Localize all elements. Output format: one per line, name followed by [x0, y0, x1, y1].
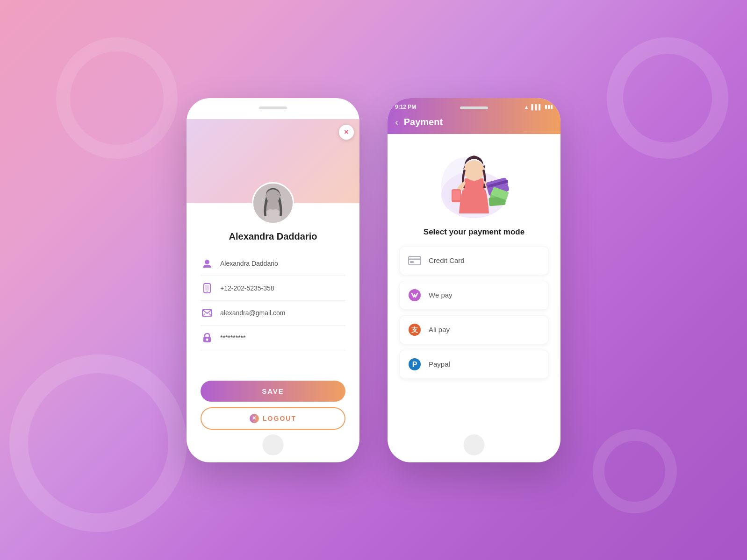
svg-rect-24 — [410, 261, 414, 263]
avatar-image — [253, 184, 293, 223]
back-button[interactable]: ‹ — [395, 117, 398, 128]
payment-option-credit-card[interactable]: Credit Card — [399, 246, 549, 275]
payment-select-title: Select your payment mode — [388, 227, 560, 237]
payment-option-we-pay[interactable]: We pay — [399, 281, 549, 310]
user-icon — [201, 257, 214, 270]
payment-illustration-svg — [432, 139, 516, 223]
status-icons: ▲ ▌▌▌ ▮▮▮ — [524, 104, 553, 110]
field-phone-value: +12-202-5235-358 — [220, 284, 274, 292]
field-email-value: alexandra@gmail.com — [220, 309, 286, 317]
navbar-title: Payment — [404, 117, 443, 128]
svg-point-5 — [207, 291, 208, 292]
phone1: × Alexandra Dadd — [187, 98, 359, 462]
email-icon — [201, 306, 214, 319]
svg-text:P: P — [412, 361, 417, 369]
profile-name: Alexandra Daddario — [187, 231, 359, 242]
status-bar: 9:12 PM ▲ ▌▌▌ ▮▮▮ — [388, 98, 560, 113]
phone2-speaker — [460, 106, 488, 109]
status-time: 9:12 PM — [395, 104, 416, 110]
close-icon: × — [344, 128, 348, 136]
signal-icon: ▌▌▌ — [532, 104, 542, 110]
we-pay-icon — [407, 288, 422, 303]
phone-icon — [201, 282, 214, 295]
svg-rect-22 — [409, 256, 421, 265]
field-name-value: Alexandra Daddario — [220, 260, 278, 267]
svg-rect-4 — [205, 285, 209, 291]
payment-navbar: ‹ Payment — [388, 113, 560, 134]
credit-card-icon — [407, 253, 422, 268]
payment-illustration — [388, 134, 560, 227]
ali-pay-label: Ali pay — [429, 326, 450, 333]
paypal-label: Paypal — [429, 360, 450, 368]
ali-pay-icon: 支 — [407, 322, 422, 337]
logout-label: LOGOUT — [263, 415, 296, 422]
phone2: 9:12 PM ▲ ▌▌▌ ▮▮▮ ‹ Payment — [388, 98, 560, 462]
field-password-value: ********** — [220, 334, 245, 341]
svg-text:支: 支 — [411, 326, 418, 333]
svg-rect-16 — [453, 191, 460, 200]
profile-fields: Alexandra Daddario +12-202-5235-358 — [187, 251, 359, 371]
phone1-content: × Alexandra Dadd — [187, 98, 359, 462]
phone2-home-button[interactable] — [464, 434, 485, 455]
payment-option-paypal[interactable]: P Paypal — [399, 350, 549, 379]
field-row-email: alexandra@gmail.com — [201, 301, 345, 326]
profile-actions: SAVE ✕ LOGOUT — [187, 371, 359, 430]
svg-point-2 — [205, 260, 209, 264]
battery-icon: ▮▮▮ — [545, 104, 553, 110]
field-row-name: Alexandra Daddario — [201, 251, 345, 276]
payment-option-ali-pay[interactable]: 支 Ali pay — [399, 315, 549, 344]
field-row-phone: +12-202-5235-358 — [201, 276, 345, 301]
close-button[interactable]: × — [339, 125, 354, 140]
lock-icon — [201, 331, 214, 344]
phone2-content: 9:12 PM ▲ ▌▌▌ ▮▮▮ ‹ Payment — [388, 98, 560, 462]
phone1-speaker — [259, 106, 287, 109]
deco-circle-right — [607, 37, 728, 159]
deco-circle-right2 — [593, 429, 677, 513]
payment-options: Credit Card We pay 支 — [388, 246, 560, 379]
avatar — [252, 182, 294, 224]
logout-button[interactable]: ✕ LOGOUT — [201, 407, 345, 430]
field-row-password: ********** — [201, 326, 345, 350]
credit-card-label: Credit Card — [429, 256, 465, 264]
paypal-icon: P — [407, 357, 422, 372]
phone1-home-button[interactable] — [263, 434, 284, 455]
save-button[interactable]: SAVE — [201, 381, 345, 402]
wifi-icon: ▲ — [524, 104, 529, 110]
logout-x-icon: ✕ — [250, 414, 259, 423]
svg-point-14 — [464, 160, 484, 181]
we-pay-label: We pay — [429, 291, 453, 299]
profile-header: × — [187, 119, 359, 203]
